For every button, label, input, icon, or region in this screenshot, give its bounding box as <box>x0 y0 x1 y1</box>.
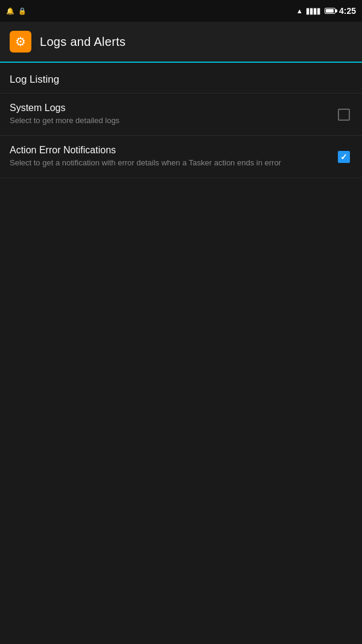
status-bar-left: 🔔 🔒 <box>6 7 27 15</box>
action-error-notifications-subtitle: Select to get a notification with error … <box>10 158 326 168</box>
system-logs-text: System Logs Select to get more detailed … <box>10 103 335 126</box>
action-error-notifications-title: Action Error Notifications <box>10 145 326 156</box>
shield-icon: 🔒 <box>18 7 27 15</box>
section-header: Log Listing <box>0 63 362 94</box>
action-error-notifications-item[interactable]: Action Error Notifications Select to get… <box>0 136 362 178</box>
battery-icon <box>325 8 335 14</box>
settings-list: System Logs Select to get more detailed … <box>0 94 362 178</box>
app-icon: ⚙ <box>10 31 31 53</box>
system-logs-item[interactable]: System Logs Select to get more detailed … <box>0 94 362 136</box>
notification-icon: 🔔 <box>6 7 14 15</box>
status-time: 4:25 <box>339 6 356 16</box>
app-bar: ⚙ Logs and Alerts <box>0 22 362 63</box>
system-logs-title: System Logs <box>10 103 326 113</box>
status-bar: 🔔 🔒 4:25 <box>0 0 362 22</box>
checkmark-icon: ✓ <box>340 153 348 161</box>
wifi-icon <box>296 7 303 14</box>
section-title: Log Listing <box>10 74 59 85</box>
checkbox-unchecked-icon <box>338 109 350 121</box>
action-error-notifications-text: Action Error Notifications Select to get… <box>10 145 335 168</box>
action-error-notifications-checkbox[interactable]: ✓ <box>335 148 352 165</box>
system-logs-subtitle: Select to get more detailed logs <box>10 115 326 126</box>
system-logs-checkbox[interactable] <box>335 106 352 123</box>
signal-icon <box>306 7 321 14</box>
gear-icon: ⚙ <box>15 34 26 49</box>
app-title: Logs and Alerts <box>40 35 125 49</box>
checkbox-checked-icon: ✓ <box>338 151 350 163</box>
status-bar-right: 4:25 <box>296 6 356 16</box>
